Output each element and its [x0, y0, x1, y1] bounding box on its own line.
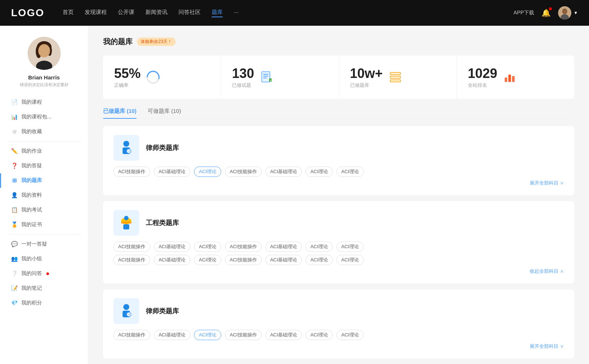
qa-icon: ❔	[11, 270, 18, 277]
header-right: APP下载 🔔 ▼	[514, 6, 578, 19]
tag-lawyer2-0[interactable]: ACI技能操作	[113, 330, 150, 340]
sidebar-item-homework[interactable]: ✏️ 我的作业	[0, 144, 88, 158]
note-icon: 📝	[11, 285, 18, 292]
svg-point-12	[149, 74, 157, 81]
tag-eng1-2[interactable]: ACI理论	[194, 242, 221, 252]
tags-row-lawyer-1: ACI技能操作 ACI基础理论 ACI理论 ACI技能操作 ACI基础理论 AC…	[113, 167, 564, 177]
tag-lawyer2-3[interactable]: ACI技能操作	[225, 330, 262, 340]
edit-icon: ✏️	[11, 148, 18, 154]
sidebar-item-course-package[interactable]: 📊 我的课程包...	[0, 110, 88, 124]
sidebar-item-points[interactable]: 💎 我的积分	[0, 296, 88, 310]
stat-accuracy: 55% 正确率	[103, 56, 221, 99]
tag-eng2-3[interactable]: ACI技能操作	[225, 255, 262, 265]
notification-badge	[549, 7, 552, 10]
svg-rect-33	[123, 224, 129, 229]
tag-eng2-5[interactable]: ACI理论	[306, 255, 333, 265]
bar-chart-icon	[503, 71, 516, 84]
sidebar-item-exam[interactable]: 📋 我的考试	[0, 203, 88, 217]
stat-questions: 130 已做试题 ✓	[221, 56, 339, 99]
svg-rect-13	[262, 72, 270, 82]
nav-open-course[interactable]: 公开课	[118, 9, 134, 17]
tag-lawyer1-5[interactable]: ACI理论	[306, 167, 333, 177]
tag-eng2-2[interactable]: ACI理论	[194, 255, 221, 265]
svg-rect-14	[263, 74, 268, 75]
tag-eng1-4[interactable]: ACI基础理论	[265, 242, 302, 252]
stat-banks: 10w+ 已做题库	[339, 56, 457, 99]
app-download-btn[interactable]: APP下载	[514, 10, 534, 16]
svg-rect-15	[263, 76, 268, 76]
page-title: 我的题库	[103, 37, 133, 47]
sidebar-item-profile[interactable]: 👤 我的资料	[0, 188, 88, 203]
user-icon: 👤	[11, 192, 18, 199]
sidebar-menu: 📄 我的课程 📊 我的课程包... ☆ 我的收藏 ✏️ 我的作业 ❓ 我的答疑 …	[0, 95, 88, 310]
svg-rect-16	[263, 78, 267, 78]
nav-qa[interactable]: 问答社区	[179, 9, 201, 17]
tag-eng2-4[interactable]: ACI基础理论	[265, 255, 302, 265]
tag-eng2-0[interactable]: ACI技能操作	[113, 255, 150, 265]
tag-lawyer1-1[interactable]: ACI基础理论	[154, 167, 191, 177]
tag-lawyer1-3[interactable]: ACI技能操作	[225, 167, 262, 177]
sidebar-item-my-qa[interactable]: ❔ 我的问答	[0, 266, 88, 281]
sidebar-item-favorites[interactable]: ☆ 我的收藏	[0, 124, 88, 139]
tag-eng1-1[interactable]: ACI基础理论	[154, 242, 191, 252]
svg-text:✓: ✓	[270, 79, 272, 82]
svg-rect-20	[390, 76, 401, 78]
tag-eng1-0[interactable]: ACI技能操作	[113, 242, 150, 252]
list-icon	[389, 71, 402, 84]
sidebar-item-certificate[interactable]: 🏅 我的证书	[0, 217, 88, 232]
group-icon: 👥	[11, 256, 18, 262]
section-header: 我的题库 体验剩余23天！	[103, 37, 574, 47]
nav-more[interactable]: ···	[234, 9, 239, 17]
nav-qbank[interactable]: 题库	[212, 9, 223, 17]
tab-available[interactable]: 可做题库 (10)	[148, 108, 181, 118]
tags-row-lawyer-2: ACI技能操作 ACI基础理论 ACI理论 ACI技能操作 ACI基础理论 AC…	[113, 330, 564, 340]
tag-lawyer1-4[interactable]: ACI基础理论	[265, 167, 302, 177]
tag-eng2-1[interactable]: ACI基础理论	[154, 255, 191, 265]
sidebar-item-notes[interactable]: 📝 我的笔记	[0, 281, 88, 296]
sidebar-item-one-on-one[interactable]: 💬 一对一答疑	[0, 237, 88, 251]
tag-eng1-3[interactable]: ACI技能操作	[225, 242, 262, 252]
expand-link-lawyer-1[interactable]: 展开全部科目 ∨	[113, 180, 564, 186]
tag-lawyer1-0[interactable]: ACI技能操作	[113, 167, 150, 177]
file-icon: 📄	[11, 99, 18, 106]
question-circle-icon: ❓	[11, 163, 18, 169]
tag-lawyer2-6[interactable]: ACI理论	[336, 330, 364, 340]
tag-eng2-6[interactable]: ACI理论	[336, 255, 364, 265]
tag-eng1-6[interactable]: ACI理论	[336, 242, 364, 252]
tag-lawyer2-4[interactable]: ACI基础理论	[265, 330, 302, 340]
svg-point-32	[124, 216, 128, 220]
tag-lawyer2-1[interactable]: ACI基础理论	[154, 330, 191, 340]
tab-done[interactable]: 已做题库 (10)	[103, 108, 137, 118]
sidebar-item-qbank[interactable]: ⊞ 我的题库	[0, 173, 88, 188]
stat-questions-label: 已做试题	[232, 82, 254, 89]
cert-icon: 🏅	[11, 221, 18, 228]
nav-news[interactable]: 新闻资讯	[145, 9, 167, 17]
sidebar-item-group[interactable]: 👥 我的小组	[0, 251, 88, 266]
tag-lawyer1-6[interactable]: ACI理论	[336, 167, 364, 177]
nav-discover[interactable]: 发现课程	[85, 9, 107, 17]
tags-row-eng-2: ACI技能操作 ACI基础理论 ACI理论 ACI技能操作 ACI基础理论 AC…	[113, 255, 564, 265]
sidebar-item-my-course[interactable]: 📄 我的课程	[0, 95, 88, 110]
qbank-card-engineer: 工程类题库 ACI技能操作 ACI基础理论 ACI理论 ACI技能操作 ACI基…	[103, 201, 574, 283]
tag-lawyer2-2[interactable]: ACI理论	[194, 330, 221, 340]
divider-1	[7, 141, 81, 142]
doc-icon: 📋	[11, 207, 18, 213]
lawyer-icon-wrap: ✓	[113, 135, 139, 161]
sidebar-item-qa[interactable]: ❓ 我的答疑	[0, 158, 88, 173]
user-avatar-wrap[interactable]: ▼	[558, 6, 578, 19]
collapse-link-engineer[interactable]: 收起全部科目 ∧	[113, 268, 564, 275]
expand-link-lawyer-2[interactable]: 展开全部科目 ∨	[113, 343, 564, 350]
divider-2	[7, 234, 81, 235]
tag-eng1-5[interactable]: ACI理论	[306, 242, 333, 252]
svg-rect-23	[508, 75, 511, 82]
tag-lawyer1-2[interactable]: ACI理论	[194, 167, 221, 177]
qbank-title-lawyer-1: 律师类题库	[146, 143, 179, 152]
nav-home[interactable]: 首页	[63, 9, 74, 17]
notification-bell[interactable]: 🔔	[542, 8, 551, 17]
engineer-icon-wrap	[113, 210, 139, 236]
tag-lawyer2-5[interactable]: ACI理论	[306, 330, 333, 340]
svg-point-1	[562, 8, 567, 14]
sidebar: Brian Harris 错误的决定比没有决定要好 📄 我的课程 📊 我的课程包…	[0, 26, 88, 364]
sidebar-username: Brian Harris	[28, 74, 60, 81]
svg-point-26	[123, 141, 129, 147]
